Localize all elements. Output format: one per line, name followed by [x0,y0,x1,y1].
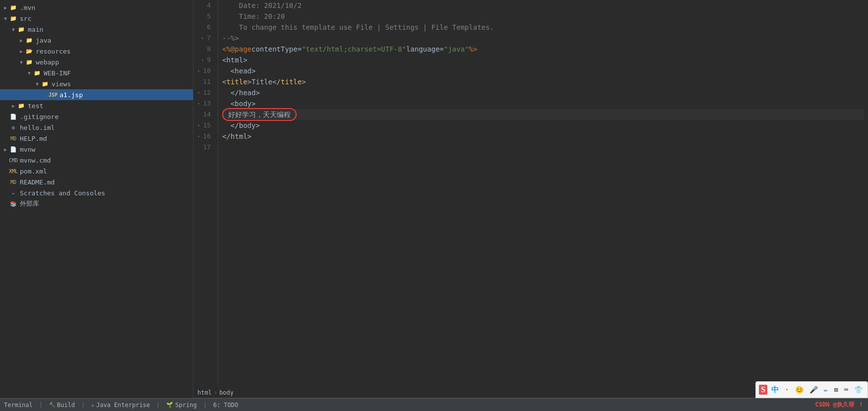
sidebar-item-main[interactable]: ▼📁main [0,24,193,35]
gutter-line-11: 11 [193,76,214,87]
scratches-icon: ✏ [9,189,18,196]
readmemd-label: README.md [20,178,55,186]
line-number-8: 8 [207,44,211,55]
sidebar-item-webapp[interactable]: ▼📁webapp [0,57,193,67]
code-line-14: 好好学习，天天编程 [222,109,864,120]
gutter-line-10: ▾10 [193,65,214,76]
sidebar-item-scratches[interactable]: ✏Scratches and Consoles [0,187,193,198]
spring-button[interactable]: 🌱 Spring [166,402,196,409]
webinf-label: WEB-INF [44,69,71,77]
gutter-line-7: ▾7 [193,33,214,44]
mvnwcmd-icon: CMD [9,157,18,164]
sidebar-item-test[interactable]: ▶📁test [0,100,193,111]
sidebar-item-mvn[interactable]: ▶📁.mvn [0,2,193,13]
todo-label: 6: TODO [213,402,239,409]
extlib-icon: 📚 [9,200,18,207]
gitignore-icon: 📄 [9,113,18,120]
grid-button[interactable]: ⊞ [832,385,840,395]
shirt-button[interactable]: 👕 [852,385,865,395]
csdn-badge: CSDN @执久呀 ！ [815,401,864,409]
code-line-11: <title>Title</title> [222,76,864,87]
pen-button[interactable]: ✏ [822,385,830,395]
sidebar-item-mvnwcmd[interactable]: CMDmvnw.cmd [0,155,193,166]
mvn-icon: 📁 [9,4,18,11]
gutter-line-16: ▾16 [193,131,214,142]
mic-button[interactable]: 🎤 [807,385,820,395]
a1jsp-icon: JSP [49,91,58,98]
fold-marker-16[interactable]: ▾ [195,133,202,140]
line-number-16: 16 [203,131,211,142]
src-icon: 📁 [9,15,18,22]
sidebar-item-src[interactable]: ▼📁src [0,13,193,24]
mvnwcmd-label: mvnw.cmd [20,157,51,164]
java-enterprise-label: Java Enterprise [96,402,150,409]
editor-area: 456▾78▾9▾1011▾12▾1314▾15▾1617 Date: 2021… [193,0,868,398]
cn-indicator[interactable]: 中 [769,384,781,396]
code-content[interactable]: Date: 2021/10/2 Time: 20:20 To change th… [218,0,868,387]
code-line-4: Date: 2021/10/2 [222,0,864,11]
fold-marker-15[interactable]: ▾ [195,122,202,129]
src-label: src [20,15,31,22]
java-enterprise-button[interactable]: ☕ Java Enterprise [91,402,150,409]
sidebar-item-java[interactable]: ▶📁java [0,35,193,46]
sidebar-item-gitignore[interactable]: 📄.gitignore [0,111,193,122]
tree-arrow: ▶ [18,38,25,43]
line-number-15: 15 [203,120,211,131]
gutter-line-13: ▾13 [193,98,214,109]
line-number-9: 9 [207,55,211,65]
emoji-button[interactable]: 😊 [793,385,806,395]
terminal-button[interactable]: Terminal [4,402,33,409]
line-number-10: 10 [203,65,211,76]
helpmd-label: HELP.md [20,135,47,142]
gutter-line-12: ▾12 [193,87,214,98]
tree-arrow: ▶ [2,5,9,10]
line-number-4: 4 [207,0,211,11]
sidebar-item-views[interactable]: ▼📁views [0,78,193,89]
sidebar-item-pomxml[interactable]: XMLpom.xml [0,166,193,176]
mvnw-icon: 📄 [9,146,18,153]
sidebar-item-a1jsp[interactable]: JSPa1.jsp [0,89,193,100]
dot-indicator[interactable]: · [783,385,791,395]
sidebar-item-helloiml[interactable]: ⚙hello.iml [0,122,193,133]
sidebar-item-helpmd[interactable]: MDHELP.md [0,133,193,144]
breadcrumb-sep: › [214,389,217,396]
views-label: views [52,80,71,88]
fold-marker-7[interactable]: ▾ [199,35,206,42]
main-label: main [28,26,43,33]
line-number-14: 14 [203,109,211,120]
build-button[interactable]: 🔨 Build [49,402,75,409]
code-line-6: To change this template use File | Setti… [222,22,864,33]
helloiml-icon: ⚙ [9,124,18,131]
sidebar-item-readmemd[interactable]: MDREADME.md [0,176,193,187]
sidebar-item-resources[interactable]: ▶📂resources [0,46,193,57]
code-line-12: </head> [222,87,864,98]
line-number-6: 6 [207,22,211,33]
todo-button[interactable]: 6: TODO [213,402,239,409]
test-label: test [28,102,43,110]
code-line-7: --%> [222,33,864,44]
fold-marker-12[interactable]: ▾ [195,89,202,96]
pomxml-icon: XML [9,168,18,175]
fold-marker-10[interactable]: ▾ [195,67,202,74]
tree-arrow: ▼ [10,27,17,32]
code-line-5: Time: 20:20 [222,11,864,22]
breadcrumb-html: html [197,389,212,396]
keyboard-button[interactable]: ⌨ [842,385,850,395]
fold-marker-13[interactable]: ▾ [195,100,202,107]
code-line-10: <head> [222,65,864,76]
tree-arrow: ▼ [2,16,9,21]
sidebar-item-mvnw[interactable]: ▶📄mvnw [0,144,193,155]
sidebar-item-extlib[interactable]: 📚外部库 [0,198,193,209]
sidebar-item-webinf[interactable]: ▼📁WEB-INF [0,67,193,78]
status-divider-2 [83,402,83,409]
breadcrumb-body: body [219,389,234,396]
fold-marker-9[interactable]: ▾ [199,57,206,63]
resources-icon: 📂 [25,48,34,55]
code-line-13: <body> [222,98,864,109]
scratches-label: Scratches and Consoles [20,189,105,197]
code-line-9: <html> [222,55,864,65]
gutter-line-4: 4 [193,0,214,11]
line-number-11: 11 [203,76,211,87]
java-icon: 📁 [25,37,34,44]
test-icon: 📁 [17,102,26,109]
